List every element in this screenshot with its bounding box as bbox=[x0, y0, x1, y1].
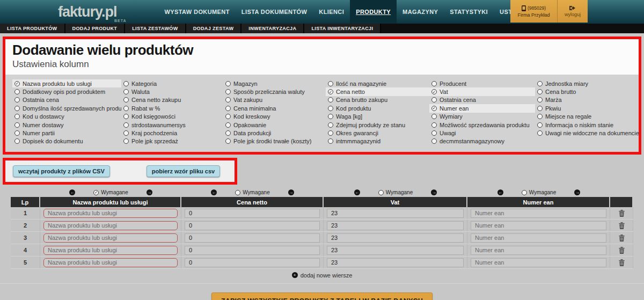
column-option-producent[interactable]: Producent bbox=[429, 79, 535, 87]
column-option-cena-netto[interactable]: ✓Cena netto bbox=[326, 87, 429, 96]
column-option-magazyn[interactable]: Magazyn bbox=[223, 79, 326, 87]
product-name-input[interactable] bbox=[43, 209, 178, 218]
app-logo[interactable]: faktury.pl BETA bbox=[58, 4, 126, 20]
account-box[interactable]: (985029) Firma Przykład bbox=[510, 0, 558, 23]
column-option-cena-netto-zakupu[interactable]: Cena netto zakupu bbox=[121, 96, 223, 104]
subnav-item-dodaj-produkt[interactable]: DODAJ PRODUKT bbox=[65, 24, 126, 33]
required-toggle[interactable]: Wymagane bbox=[522, 189, 557, 195]
column-option-kod-produktu[interactable]: Kod produktu bbox=[326, 104, 429, 112]
column-option-pole-jpk-rodki-trwa-e-koszty[interactable]: Pole jpk środki trwałe (koszty) bbox=[223, 137, 326, 145]
column-option-pkwiu[interactable]: Pkwiu bbox=[535, 104, 641, 112]
delete-row-button[interactable] bbox=[618, 209, 626, 218]
cena-netto-input[interactable] bbox=[185, 209, 320, 218]
column-option-uwagi-nie-widoczne-na-dokumencie[interactable]: Uwagi nie widoczne na dokumencie bbox=[535, 129, 641, 137]
ean-input[interactable] bbox=[471, 209, 606, 218]
move-column-right-icon[interactable]: → bbox=[574, 189, 580, 195]
nav-item-klienci[interactable]: KLIENCI bbox=[313, 0, 350, 24]
delete-row-button[interactable] bbox=[618, 233, 626, 243]
column-option-domy-lna-ilo-sprzedawanych-produkt-w[interactable]: Domyślna ilość sprzedawanych produktów bbox=[12, 104, 121, 112]
column-option-miejsce-na-regale[interactable]: Miejsce na regale bbox=[535, 113, 641, 121]
column-option-ostatnia-cena[interactable]: Ostatnia cena bbox=[12, 96, 121, 104]
column-option-strdostawanumersys[interactable]: strdostawanumersys bbox=[121, 121, 223, 129]
column-option-numer-dostawy[interactable]: Numer dostawy bbox=[12, 121, 121, 129]
delete-row-button[interactable] bbox=[618, 221, 626, 230]
column-option-waluta[interactable]: Waluta bbox=[121, 87, 223, 96]
column-option-kod-kreskowy[interactable]: Kod kreskowy bbox=[223, 113, 326, 121]
column-option-cena-minimalna[interactable]: Cena minimalna bbox=[223, 104, 326, 112]
ean-input[interactable] bbox=[471, 246, 606, 255]
nav-item-produkty[interactable]: PRODUKTY bbox=[350, 0, 397, 24]
move-column-right-icon[interactable]: → bbox=[147, 189, 152, 195]
column-option-kraj-pochodzenia[interactable]: Kraj pochodzenia bbox=[121, 129, 223, 137]
column-option-ostatnia-cena[interactable]: Ostatnia cena bbox=[429, 96, 535, 104]
move-column-left-icon[interactable]: ← bbox=[211, 189, 217, 195]
column-option-wymiary[interactable]: Wymiary bbox=[429, 113, 535, 121]
column-option-dopisek-do-dokumentu[interactable]: Dopisek do dokumentu bbox=[12, 137, 121, 145]
add-rows-link[interactable]: + dodaj nowe wiersze bbox=[0, 271, 644, 279]
subnav-item-lista-inwentaryzacji[interactable]: LISTA INWENTARYZACJI bbox=[304, 24, 381, 33]
column-option-uwagi[interactable]: Uwagi bbox=[429, 129, 535, 137]
required-toggle[interactable]: Wymagane bbox=[378, 189, 413, 195]
cena-netto-input[interactable] bbox=[185, 233, 320, 243]
product-name-input[interactable] bbox=[43, 233, 178, 243]
column-option-spos-b-przeliczania-waluty[interactable]: Sposób przeliczania waluty bbox=[223, 87, 326, 96]
save-all-button[interactable]: ZAPISZ WSZYSTKIE PRODUKTY Z TABELI W BAZ… bbox=[211, 292, 433, 300]
move-column-right-icon[interactable]: → bbox=[288, 189, 294, 195]
move-column-left-icon[interactable]: ← bbox=[497, 189, 503, 195]
column-option-vat-zakupu[interactable]: Vat zakupu bbox=[223, 96, 326, 104]
subnav-item-inwentaryzacja[interactable]: INWENTARYZACJA bbox=[241, 24, 304, 33]
subnav-item-dodaj-zestaw[interactable]: DODAJ ZESTAW bbox=[186, 24, 242, 33]
column-option-zdejmuj-produkty-ze-stanu[interactable]: Zdejmuj produkty ze stanu bbox=[326, 121, 429, 129]
cena-netto-input[interactable] bbox=[185, 246, 320, 255]
column-option-okres-gwarancji[interactable]: Okres gwarancji bbox=[326, 129, 429, 137]
column-option-rabat-w[interactable]: Rabat w % bbox=[121, 104, 223, 112]
ean-input[interactable] bbox=[471, 258, 606, 267]
column-option-opakowanie[interactable]: Opakowanie bbox=[223, 121, 326, 129]
download-csv-template-button[interactable]: pobierz wzór pliku csv bbox=[147, 165, 220, 177]
column-option-waga-kg[interactable]: Waga [kg] bbox=[326, 113, 429, 121]
subnav-item-lista-produkt-w[interactable]: LISTA PRODUKTÓW bbox=[0, 24, 65, 33]
load-csv-button[interactable]: wczytaj produkty z plików CSV bbox=[13, 165, 110, 177]
column-option-ilo-na-magazynie[interactable]: Ilość na magazynie bbox=[326, 79, 429, 87]
nav-item-magazyny[interactable]: MAGAZYNY bbox=[397, 0, 444, 24]
delete-row-button[interactable] bbox=[618, 246, 626, 255]
required-toggle[interactable]: ✓Wymagane bbox=[93, 189, 128, 195]
column-option-intmmmagazynid[interactable]: intmmmagazynid bbox=[326, 137, 429, 145]
column-option-dodatkowy-opis-pod-produktem[interactable]: Dodatkowy opis pod produktem bbox=[12, 87, 121, 96]
move-column-right-icon[interactable]: → bbox=[431, 189, 437, 195]
subnav-item-lista-zestaw-w[interactable]: LISTA ZESTAWÓW bbox=[125, 24, 186, 33]
column-option-informacja-o-niskim-stanie[interactable]: Informacja o niskim stanie bbox=[535, 121, 641, 129]
column-option-vat[interactable]: ✓Vat bbox=[429, 87, 535, 96]
product-name-input[interactable] bbox=[43, 258, 178, 267]
ean-input[interactable] bbox=[471, 233, 606, 243]
nav-item-statystyki[interactable]: STATYSTYKI bbox=[444, 0, 494, 24]
logout-button[interactable]: wyloguj bbox=[558, 0, 588, 23]
column-option-decmmstanmagazynowy[interactable]: decmmstanmagazynowy bbox=[429, 137, 535, 145]
column-option-mo-liwo-sprzedawania-produktu[interactable]: Możliwość sprzedawania produktu bbox=[429, 121, 535, 129]
column-option-numer-partii[interactable]: Numer partii bbox=[12, 129, 121, 137]
cena-netto-input[interactable] bbox=[185, 221, 320, 230]
vat-input[interactable] bbox=[327, 221, 464, 230]
vat-input[interactable] bbox=[327, 246, 464, 255]
vat-input[interactable] bbox=[327, 233, 464, 243]
column-option-mar-a[interactable]: Marża bbox=[535, 96, 641, 104]
vat-input[interactable] bbox=[327, 258, 464, 267]
ean-input[interactable] bbox=[471, 221, 606, 230]
cena-netto-input[interactable] bbox=[185, 258, 320, 267]
column-option-kategoria[interactable]: Kategoria bbox=[121, 79, 223, 87]
column-option-kod-u-dostawcy[interactable]: Kod u dostawcy bbox=[12, 113, 121, 121]
column-option-nazwa-produktu-lub-us-ugi[interactable]: ✓Nazwa produktu lub usługi bbox=[12, 79, 121, 87]
column-option-pole-jpk-sprzeda[interactable]: Pole jpk sprzedaż bbox=[121, 137, 223, 145]
product-name-input[interactable] bbox=[43, 246, 178, 255]
delete-row-button[interactable] bbox=[618, 258, 626, 267]
column-option-jednostka-miary[interactable]: Jednostka miary bbox=[535, 79, 641, 87]
column-option-data-produkcji[interactable]: Data produkcji bbox=[223, 129, 326, 137]
required-toggle[interactable]: Wymagane bbox=[235, 189, 270, 195]
product-name-input[interactable] bbox=[43, 221, 178, 230]
vat-input[interactable] bbox=[327, 209, 464, 218]
column-option-kod-ksi-gowo-ci[interactable]: Kod księgowości bbox=[121, 113, 223, 121]
move-column-left-icon[interactable]: ← bbox=[354, 189, 360, 195]
nav-item-wystaw-dokument[interactable]: WYSTAW DOKUMENT bbox=[159, 0, 236, 24]
column-option-numer-ean[interactable]: ✓Numer ean bbox=[429, 104, 535, 112]
move-column-left-icon[interactable]: ← bbox=[69, 189, 75, 195]
